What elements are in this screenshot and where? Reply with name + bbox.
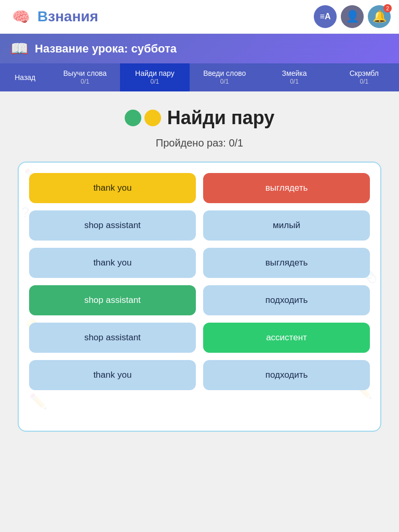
word-btn-9[interactable]: ассистент (203, 323, 370, 353)
notifications-button[interactable]: 🔔 2 (368, 5, 391, 28)
header: 🧠 Взнания ≡A 👤 🔔 2 (0, 0, 399, 34)
dots-icon (125, 110, 161, 126)
bell-icon: 🔔 (373, 10, 387, 23)
word-btn-10[interactable]: thank you (29, 360, 196, 390)
header-icons: ≡A 👤 🔔 2 (314, 5, 391, 28)
word-btn-6[interactable]: shop assistant (29, 285, 196, 315)
lesson-title-bar: 📖 Название урока: суббота (0, 34, 399, 63)
user-profile-button[interactable]: 👤 (341, 5, 364, 28)
nav-tabs: Назад Выучи слова 0/1 Найди пару 0/1 Вве… (0, 63, 399, 91)
yellow-dot (144, 110, 161, 126)
tab-enter-word[interactable]: Введи слово 0/1 (190, 63, 259, 91)
translate-icon: ≡A (320, 12, 331, 21)
word-btn-2[interactable]: shop assistant (29, 210, 196, 241)
notification-badge: 2 (383, 4, 392, 12)
translate-button[interactable]: ≡A (314, 5, 337, 28)
game-card: ✏️ 🖊️ ? ✏️ ✏️ 📎 💡 thank you выглядеть sh… (18, 162, 381, 432)
word-btn-3[interactable]: милый (203, 210, 370, 241)
game-title-row: Найди пару (125, 107, 274, 129)
tab-snake[interactable]: Змейка 0/1 (259, 63, 329, 91)
word-btn-1[interactable]: выглядеть (203, 173, 370, 203)
doodle-3: ? (21, 204, 30, 221)
word-btn-11[interactable]: подходить (203, 360, 370, 390)
main-content: Найди пару Пройдено раз: 0/1 ✏️ 🖊️ ? ✏️ … (0, 91, 399, 447)
tab-back[interactable]: Назад (0, 63, 50, 91)
logo: 🧠 Взнания (8, 4, 98, 29)
word-btn-8[interactable]: shop assistant (29, 323, 196, 353)
word-btn-5[interactable]: выглядеть (203, 248, 370, 278)
progress-text: Пройдено раз: 0/1 (156, 137, 243, 149)
doodle-4: ✏️ (29, 393, 47, 410)
logo-brain-icon: 🧠 (8, 4, 33, 29)
lesson-title: Название урока: суббота (35, 42, 177, 56)
word-grid: thank you выглядеть shop assistant милый… (29, 173, 370, 391)
green-dot (125, 110, 141, 126)
word-btn-0[interactable]: thank you (29, 173, 196, 203)
user-icon: 👤 (345, 10, 360, 23)
tab-find-pair[interactable]: Найди пару 0/1 (120, 63, 190, 91)
word-btn-4[interactable]: thank you (29, 248, 196, 278)
logo-text: Взнания (37, 8, 98, 25)
tab-learn-words[interactable]: Выучи слова 0/1 (50, 63, 119, 91)
game-title-text: Найди пару (167, 107, 274, 129)
word-btn-7[interactable]: подходить (203, 285, 370, 315)
tab-scramble[interactable]: Скрэмбл 0/1 (329, 63, 399, 91)
book-icon: 📖 (10, 40, 29, 57)
